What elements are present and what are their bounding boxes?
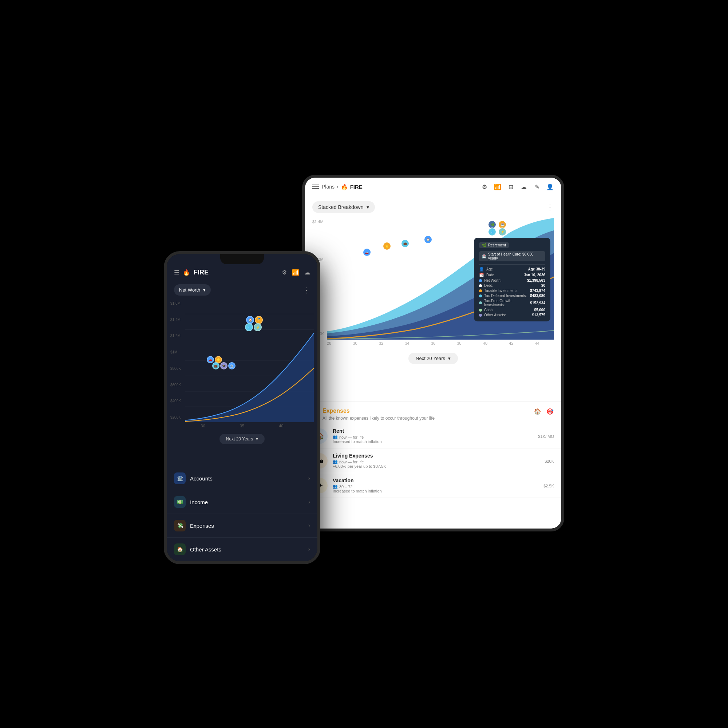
income-label: Income [190, 499, 208, 505]
tooltip-events: 🌿 Retirement [479, 242, 545, 248]
chart-tooltip: 🌿 Retirement 🏥 Start of Health Care: $8,… [474, 238, 551, 321]
expense-item-living[interactable]: 🏘 Living Expenses 👥 now — for life +6.00… [305, 448, 561, 473]
phone-section-accounts-left: 🏦 Accounts [174, 473, 213, 484]
taxable-label: Taxable Investments: [484, 289, 528, 293]
phone-section-income[interactable]: 💵 Income › [167, 490, 317, 514]
tablet-header-left: Plans › 🔥 FIRE [312, 184, 362, 190]
accounts-icon: 🏦 [177, 476, 183, 481]
phone-y-1: $1.6M [170, 301, 181, 305]
debt-dot [479, 284, 482, 287]
x-label-30: 30 [353, 341, 357, 346]
markers-group-mid: ⭐ [383, 242, 391, 250]
cloud-icon[interactable]: ☁ [520, 183, 528, 191]
chart-more-button[interactable]: ⋮ [546, 203, 554, 211]
otherassets-chevron: › [308, 546, 310, 552]
tooltip-date-label: Date [486, 273, 522, 277]
hamburger-icon[interactable] [312, 185, 319, 189]
target-icon[interactable]: 🎯 [546, 407, 554, 415]
phone-expenses-icon: 💸 [177, 523, 183, 529]
phone-y-8: $200K [170, 415, 181, 419]
x-label-32: 32 [379, 341, 383, 346]
networth-dot [479, 279, 482, 282]
phone-header-icons: ⚙ 📶 ☁ [282, 269, 310, 276]
wifi-icon[interactable]: 📶 [494, 183, 502, 191]
tablet-next-years-btn[interactable]: Next 20 Years ▾ [408, 353, 458, 364]
phone-section-income-left: 💵 Income [174, 496, 208, 508]
tooltip-taxable-row: Taxable Investments: $743,974 [479, 289, 545, 293]
expense-living-amount: $20K [544, 458, 554, 464]
home-icon[interactable]: 🏠 [534, 407, 541, 415]
phone-x-30: 30 [201, 424, 205, 428]
phone-networth-dropdown[interactable]: Net Worth ▾ [174, 284, 211, 295]
tooltip-age-label: Age [486, 267, 526, 271]
x-label-28: 28 [327, 341, 331, 346]
expense-vacation-name: Vacation [333, 477, 538, 483]
expense-living-info: Living Expenses 👥 now — for life +6.00% … [333, 453, 540, 468]
phone-section-expenses[interactable]: 💸 Expenses › [167, 514, 317, 538]
x-label-42: 42 [509, 341, 513, 346]
app-name: FIRE [350, 184, 362, 190]
phone-wifi-icon[interactable]: 📶 [292, 269, 299, 276]
phone-y-4: $1M [170, 350, 181, 354]
phone-dropdown-arrow: ▾ [203, 287, 206, 293]
settings-icon[interactable]: ⚙ [480, 183, 488, 191]
phone-next-years-btn[interactable]: Next 20 Years ▾ [219, 434, 265, 444]
phone-more-button[interactable]: ⋮ [303, 286, 310, 294]
expenses-chevron: › [308, 522, 310, 529]
otherassets-value: $13,575 [532, 313, 545, 317]
phone-marker-3: 💧 [245, 323, 253, 331]
tooltip-events-2: 🏥 Start of Health Care: $8,000 yearly [479, 251, 545, 262]
debt-label: Debt: [484, 284, 539, 288]
phone-marker-brief: 💼 [212, 362, 219, 369]
phone-chevron-down: ▾ [256, 436, 258, 442]
phone-fire-icon: 🔥 [183, 269, 190, 276]
accounts-icon-circle: 🏦 [174, 473, 186, 484]
x-label-40: 40 [483, 341, 487, 346]
phone-markers-lower2: 💼 🎓 🏦 [212, 362, 236, 369]
debt-value: $0 [541, 284, 545, 288]
phone-hamburger-icon[interactable]: ☰ [174, 269, 179, 276]
health-icon: 🏥 [482, 254, 486, 258]
marker-briefcase: 💼 [401, 240, 409, 247]
y-label-1: $1.4M [312, 219, 324, 224]
phone-markers-top2: 💧 ⚡ [245, 323, 262, 331]
breadcrumb-plans[interactable]: Plans [322, 184, 335, 190]
phone-settings-icon[interactable]: ⚙ [282, 269, 287, 276]
markers-group-mid2: 💼 [401, 240, 409, 247]
filter-icon[interactable]: ⊞ [507, 183, 515, 191]
breadcrumb-arrow: › [337, 184, 338, 190]
expenses-subtitle: All the known expenses likely to occur t… [323, 416, 434, 421]
expense-item-rent[interactable]: 🏠 Rent 👥 now — for life Increased to mat… [305, 424, 561, 448]
taxfree-label: Tax-Free Growth Investments: [484, 299, 528, 307]
income-chevron: › [308, 499, 310, 505]
expenses-title-group: 💰 Expenses All the known expenses likely… [312, 407, 434, 421]
expense-item-vacation[interactable]: ✈ Vacation 👥 30 – 72 Increased to match … [305, 473, 561, 498]
accounts-chevron: › [308, 475, 310, 482]
phone-next-years-label: Next 20 Years [226, 436, 253, 442]
tooltip-event-health: 🏥 Start of Health Care: $8,000 yearly [479, 251, 545, 262]
tablet-x-axis: 28 30 32 34 36 38 40 42 44 [312, 340, 554, 347]
profile-icon[interactable]: 👤 [546, 183, 554, 191]
phone-y-5: $800K [170, 367, 181, 370]
phone-chart-section: Net Worth ▾ ⋮ $1.6M $1.4M $1.2M $1M $800… [167, 281, 317, 466]
phone-notch [220, 254, 264, 264]
expenses-title: Expenses [323, 408, 350, 414]
tablet-header-icons: ⚙ 📶 ⊞ ☁ ✎ 👤 [480, 183, 554, 191]
phone-y-6: $600K [170, 383, 181, 387]
tooltip-otherassets-row: Other Assets: $13,575 [479, 313, 545, 317]
taxdeferred-label: Tax-Deferred Investments: [484, 294, 528, 298]
stacked-breakdown-dropdown[interactable]: Stacked Breakdown ▾ [312, 201, 375, 213]
otherassets-icon-circle: 🏠 [174, 543, 186, 555]
phone-device: ☰ 🔥 FIRE ⚙ 📶 ☁ Net Worth ▾ ⋮ [164, 251, 320, 564]
marker-star: ⭐ [383, 242, 391, 250]
otherassets-icon: 🏠 [177, 546, 183, 552]
expense-vacation-info: Vacation 👥 30 – 72 Increased to match in… [333, 477, 538, 493]
expense-living-name: Living Expenses [333, 453, 540, 459]
phone-section-accounts[interactable]: 🏦 Accounts › [167, 466, 317, 490]
expenses-icon-circle: 💸 [174, 520, 186, 531]
edit-icon[interactable]: ✎ [533, 183, 541, 191]
phone-cloud-icon[interactable]: ☁ [304, 269, 310, 276]
scene: Plans › 🔥 FIRE ⚙ 📶 ⊞ ☁ ✎ 👤 [164, 164, 564, 564]
phone-section-other-assets[interactable]: 🏠 Other Assets › [167, 538, 317, 561]
accounts-label: Accounts [190, 476, 213, 482]
